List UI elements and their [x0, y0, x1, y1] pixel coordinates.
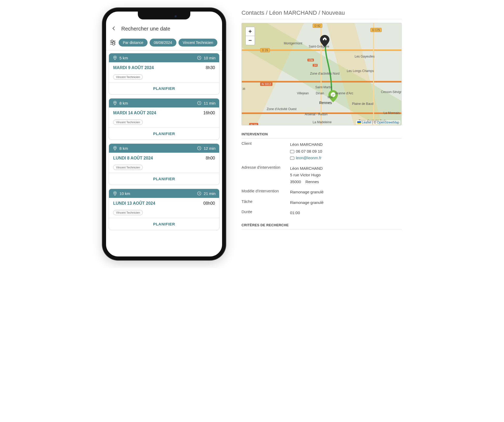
client-phone: 06 07 08 09 10 — [296, 149, 322, 153]
filter-icon[interactable] — [109, 39, 117, 46]
duration-value: 01:00 — [290, 209, 402, 216]
result-time: 8h30 — [206, 65, 215, 70]
technician-badge: Vincent Technicien — [113, 165, 143, 170]
label-client: Client — [242, 141, 290, 161]
pin-icon — [113, 101, 117, 105]
clock-icon — [197, 146, 202, 151]
zoom-out-button[interactable]: − — [246, 36, 255, 45]
envelope-icon — [290, 150, 294, 153]
technician-badge: Vincent Technicien — [113, 120, 143, 125]
map[interactable]: + − Montgermont Saint-Grégoire Thi Renne… — [242, 23, 402, 125]
label-duration: Durée — [242, 209, 290, 216]
phone-mockup: Rechercher une date Par distance 08/08/2… — [102, 8, 226, 260]
breadcrumb-contacts[interactable]: Contacts — [242, 9, 264, 16]
clock-icon — [197, 191, 202, 196]
plan-button[interactable]: PLANIFIER — [109, 82, 219, 94]
result-distance: 8 km — [119, 146, 128, 151]
result-date: MARDI 9 AOÛT 2024 — [113, 65, 154, 70]
chip-date[interactable]: 08/08/2024 — [150, 39, 176, 47]
plan-button[interactable]: PLANIFIER — [109, 173, 219, 185]
result-distance: 10 km — [119, 191, 130, 196]
chip-technician[interactable]: Vincent Technicien — [178, 39, 217, 47]
zoom-in-button[interactable]: + — [246, 27, 255, 36]
result-time: 8h00 — [206, 156, 215, 161]
breadcrumb-new: Nouveau — [322, 9, 345, 16]
task-value: Ramonage granulé — [290, 199, 402, 206]
technician-badge: Vincent Technicien — [113, 210, 143, 215]
client-name: Léon MARCHAND — [290, 141, 402, 148]
section-intervention: INTERVENTION — [242, 132, 402, 138]
model-value: Ramonage granulé — [290, 189, 402, 195]
address-city: Rennes — [305, 179, 319, 184]
pin-icon — [113, 55, 117, 60]
envelope-icon — [290, 157, 294, 160]
technician-badge: Vincent Technicien — [113, 74, 143, 80]
map-route — [324, 46, 334, 96]
address-postal: 35000 — [290, 179, 301, 184]
result-time: 08h00 — [203, 201, 215, 206]
osm-link[interactable]: OpenStreetMap — [377, 121, 399, 124]
address-name: Léon MARCHAND — [290, 165, 402, 172]
plan-button[interactable]: PLANIFIER — [109, 127, 219, 140]
section-search-criteria: CRITÈRES DE RECHERCHE — [242, 223, 402, 229]
result-duration: 11 min — [204, 101, 216, 105]
result-card: 8 km 12 min LUNDI 8 AOÛT 2024 8h00 Vince… — [109, 143, 219, 185]
plan-button[interactable]: PLANIFIER — [109, 218, 219, 230]
client-email[interactable]: leon@leonm.fr — [296, 156, 322, 160]
chip-sort[interactable]: Par distance — [119, 39, 148, 47]
pin-icon — [113, 191, 117, 196]
chevron-left-icon — [111, 26, 117, 31]
label-model: Modèle d'intervention — [242, 189, 290, 195]
breadcrumb-contact-name[interactable]: Léon MARCHAND — [269, 9, 317, 16]
phone-notch — [138, 12, 190, 19]
leaflet-link[interactable]: Leaflet — [362, 121, 371, 124]
result-date: LUNDI 13 AOÛT 2024 — [113, 201, 155, 206]
result-distance: 5 km — [119, 56, 128, 60]
clock-icon — [197, 101, 202, 105]
result-duration: 12 min — [204, 146, 216, 151]
result-card: 10 km 21 min LUNDI 13 AOÛT 2024 08h00 Vi… — [109, 189, 219, 230]
result-date: LUNDI 8 AOÛT 2024 — [113, 156, 153, 161]
back-button[interactable] — [111, 25, 117, 33]
result-duration: 10 min — [204, 56, 216, 60]
page-title: Rechercher une date — [121, 26, 170, 32]
result-time: 16h00 — [203, 111, 215, 115]
label-address: Adresse d'intervention — [242, 165, 290, 185]
result-card: 8 km 11 min MARDI 14 AOÛT 2024 16h00 Vin… — [109, 98, 219, 140]
pin-icon — [113, 146, 117, 151]
label-task: Tâche — [242, 199, 290, 206]
breadcrumb: Contacts / Léon MARCHAND / Nouveau — [242, 9, 402, 19]
clock-icon — [197, 55, 202, 60]
ukraine-flag-icon — [357, 121, 361, 124]
result-duration: 21 min — [204, 191, 216, 196]
address-street: 5 rue Victor Hugo — [290, 172, 402, 178]
result-distance: 8 km — [119, 101, 128, 105]
map-attribution: Leaflet | © OpenStreetMap — [356, 120, 400, 125]
map-zoom-controls: + − — [245, 27, 255, 45]
map-marker-destination[interactable] — [328, 90, 338, 102]
result-date: MARDI 14 AOÛT 2024 — [113, 111, 156, 115]
result-card: 5 km 10 min MARDI 9 AOÛT 2024 8h30 Vince… — [109, 53, 219, 95]
map-marker-home[interactable] — [320, 35, 329, 47]
